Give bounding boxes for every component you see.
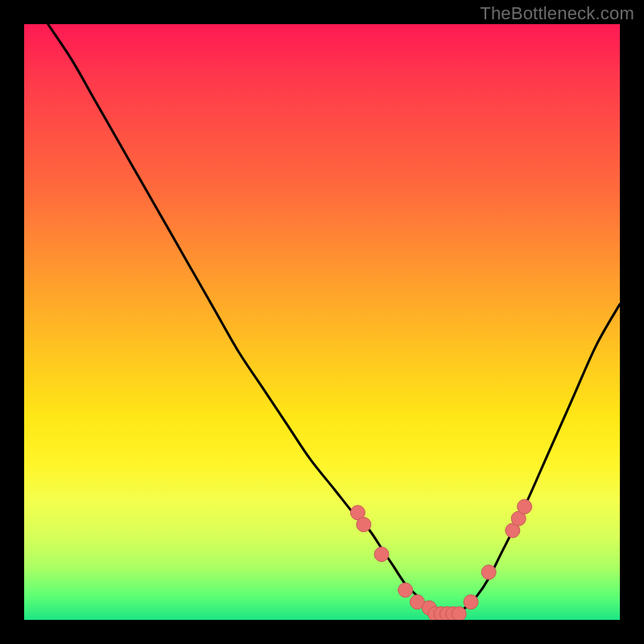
curve-marker [398,583,413,597]
curve-marker [452,607,466,620]
watermark-text: TheBottleneck.com [480,3,634,24]
curve-marker [464,595,478,609]
curve-marker [374,547,389,562]
curve-marker [357,518,371,532]
curve-marker [518,499,532,514]
chart-svg [24,24,620,620]
curve-marker [481,565,496,580]
plot-area [24,24,620,620]
outer-frame: TheBottleneck.com [0,0,644,644]
bottleneck-curve [48,24,620,615]
